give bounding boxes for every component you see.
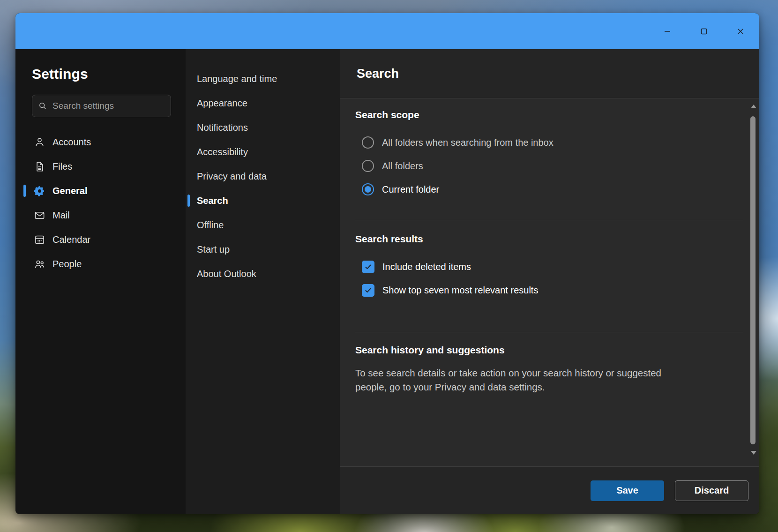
scroll-down-icon[interactable] [751, 451, 756, 455]
nav-item-label: Language and time [197, 74, 277, 84]
nav-item-label: Offline [197, 220, 224, 231]
minimize-icon [663, 27, 672, 36]
nav-item-label: Search [197, 195, 228, 206]
nav-item-label: Accessibility [197, 147, 248, 157]
radio-current-folder[interactable]: Current folder [355, 178, 694, 201]
sidebar-item-files[interactable]: Files [15, 154, 186, 179]
people-icon [34, 258, 45, 270]
nav-item-label: Start up [197, 244, 230, 255]
panel-footer: Save Discard [340, 466, 759, 514]
gear-icon [34, 185, 45, 197]
nav-item-search[interactable]: Search [186, 188, 340, 213]
nav-item-accessibility[interactable]: Accessibility [186, 140, 340, 164]
sidebar-item-label: Accounts [52, 137, 91, 148]
checkmark-icon [364, 262, 373, 271]
search-results-checkbox-group: Include deleted items Show top seven mos… [355, 255, 694, 302]
discard-button[interactable]: Discard [675, 480, 748, 501]
radio-icon [362, 183, 374, 195]
nav-item-offline[interactable]: Offline [186, 213, 340, 237]
sidebar-item-mail[interactable]: Mail [15, 203, 186, 227]
close-icon [736, 27, 745, 36]
sidebar-item-general[interactable]: General [15, 179, 186, 203]
panel-header: Search [340, 49, 759, 98]
general-settings-nav: Language and time Appearance Notificatio… [186, 49, 340, 514]
search-results-heading: Search results [355, 233, 694, 245]
radio-all-folders-from-inbox[interactable]: All folders when searching from the inbo… [355, 131, 694, 154]
scrollbar[interactable] [750, 98, 756, 466]
radio-icon [362, 136, 374, 149]
sidebar-nav: Accounts Files [15, 130, 186, 276]
sidebar-item-label: Mail [52, 210, 70, 221]
sidebar-item-label: People [52, 259, 82, 270]
nav-item-label: Privacy and data [197, 171, 267, 182]
nav-item-language-and-time[interactable]: Language and time [186, 67, 340, 91]
section-divider [355, 332, 743, 332]
desktop-wallpaper: Settings Accounts [0, 0, 778, 532]
search-settings-panel: Search Search scope All folders when sea… [340, 49, 759, 514]
checkbox-label: Include deleted items [382, 262, 471, 272]
radio-all-folders[interactable]: All folders [355, 154, 694, 178]
page-title: Search [357, 67, 399, 81]
person-icon [34, 136, 45, 148]
maximize-button[interactable] [693, 22, 715, 41]
sidebar-item-label: Files [52, 161, 72, 172]
minimize-button[interactable] [657, 22, 678, 41]
checkbox-label: Show top seven most relevant results [382, 285, 538, 296]
checkbox-icon [362, 261, 374, 273]
settings-title: Settings [32, 66, 186, 82]
sidebar-item-calendar[interactable]: Calendar [15, 227, 186, 252]
radio-label: All folders when searching from the inbo… [382, 137, 554, 148]
selection-indicator [23, 185, 26, 197]
scroll-up-icon[interactable] [751, 105, 756, 108]
nav-item-privacy-and-data[interactable]: Privacy and data [186, 164, 340, 188]
sidebar-item-accounts[interactable]: Accounts [15, 130, 186, 154]
calendar-icon [34, 234, 45, 246]
checkbox-icon [362, 284, 374, 297]
radio-icon [362, 160, 374, 172]
search-scope-radio-group: All folders when searching from the inbo… [355, 131, 694, 201]
nav-item-label: Notifications [197, 122, 248, 133]
radio-label: All folders [382, 161, 423, 172]
panel-content: Search scope All folders when searching … [340, 98, 759, 466]
save-button[interactable]: Save [591, 480, 664, 501]
sidebar-item-label: General [52, 186, 87, 196]
settings-search-input[interactable] [52, 100, 165, 112]
nav-item-start-up[interactable]: Start up [186, 237, 340, 262]
magnifier-icon [38, 101, 47, 111]
maximize-icon [699, 27, 709, 36]
nav-item-label: Appearance [197, 98, 247, 109]
search-history-heading: Search history and suggestions [355, 345, 694, 356]
nav-item-label: About Outlook [197, 269, 256, 279]
checkbox-include-deleted-items[interactable]: Include deleted items [355, 255, 694, 278]
selection-indicator [187, 195, 190, 207]
checkmark-icon [364, 286, 373, 295]
nav-item-appearance[interactable]: Appearance [186, 91, 340, 115]
checkbox-show-top-seven-results[interactable]: Show top seven most relevant results [355, 278, 694, 302]
section-divider [355, 220, 743, 220]
nav-item-about-outlook[interactable]: About Outlook [186, 262, 340, 286]
search-scope-heading: Search scope [355, 98, 694, 120]
close-button[interactable] [730, 22, 751, 41]
radio-label: Current folder [382, 184, 439, 195]
settings-window: Settings Accounts [15, 13, 759, 514]
settings-search-box[interactable] [32, 95, 171, 117]
scrollbar-thumb[interactable] [750, 116, 756, 444]
search-history-description: To see search details or take action on … [355, 366, 689, 394]
document-icon [34, 161, 45, 172]
nav-item-notifications[interactable]: Notifications [186, 115, 340, 140]
mail-icon [34, 210, 45, 221]
titlebar[interactable] [15, 13, 759, 49]
sidebar-item-people[interactable]: People [15, 252, 186, 276]
settings-sidebar: Settings Accounts [15, 49, 186, 514]
sidebar-item-label: Calendar [52, 234, 90, 245]
